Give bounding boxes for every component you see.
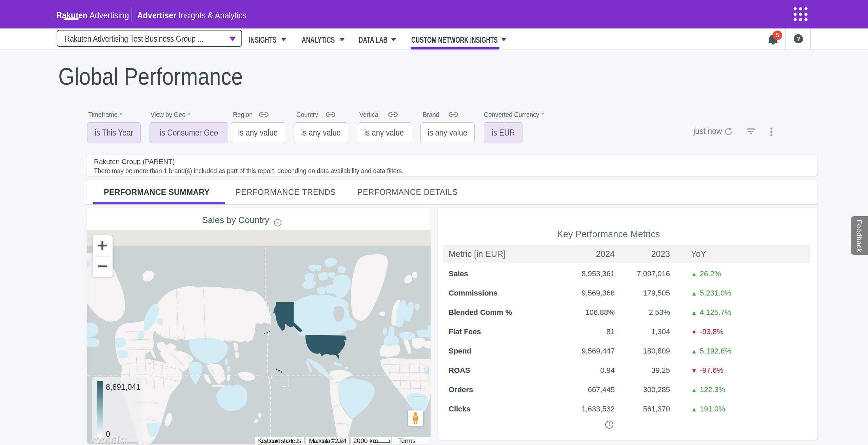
svg-text:2000 km: 2000 km [353,437,378,444]
svg-text:Keyboard shortcuts: Keyboard shortcuts [258,437,301,444]
svg-text:Map data ©2024: Map data ©2024 [309,437,347,444]
svg-text:Google: Google [93,435,126,444]
svg-text:Terms: Terms [398,437,416,444]
svg-text:8,691,041: 8,691,041 [106,383,140,391]
